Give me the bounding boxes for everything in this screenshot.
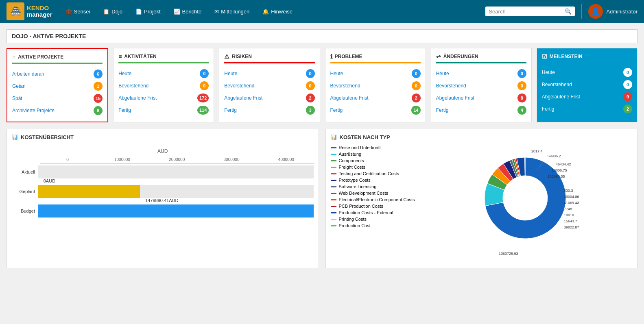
card-aktive-projekte: ≡AKTIVE PROJEKTEArbeiten daran6Getan1Spä… (7, 48, 108, 122)
kosten-content: Reise und UnterkunftAusrüstungComponents… (331, 145, 633, 263)
legend-color (331, 147, 336, 148)
card-row-link[interactable]: Fertig (224, 107, 237, 113)
user-area[interactable]: 👤 Administrator (588, 4, 637, 19)
card-row-link[interactable]: Heute (224, 71, 237, 76)
card-meilenstein: ☑MEILENSTEINHeute0Bevorstehend0Abgelaufe… (537, 48, 637, 122)
sensei-icon: 💼 (65, 9, 72, 15)
badge: 2 (623, 104, 632, 113)
legend-color (331, 219, 336, 220)
dojo-icon: 📋 (103, 9, 109, 15)
legend-color (331, 180, 336, 181)
card-row: Fertig114 (118, 104, 209, 116)
nav-divider (581, 4, 582, 19)
badge: 6 (94, 70, 103, 78)
axis-numbers: 01000000200000030000004000000 (40, 157, 314, 164)
svg-text:2017.4: 2017.4 (531, 149, 543, 153)
card-row-link[interactable]: Abgelaufene Frist (542, 94, 580, 100)
card-row-link[interactable]: Heute (436, 71, 449, 76)
svg-text:630.3: 630.3 (564, 189, 573, 193)
legend-label: Web Development Costs (339, 191, 388, 196)
card-row-link[interactable]: Abgelaufene Frist (224, 95, 262, 101)
nav-mitteilungen[interactable]: ✉ Mitteilungen (210, 6, 254, 17)
card-row-link[interactable]: Fertig (118, 107, 131, 113)
legend-item: Freight Costs (331, 165, 420, 170)
svg-text:49004.86: 49004.86 (564, 195, 579, 199)
legend-item: Electrical/Electronic Component Costs (331, 197, 420, 202)
card-row: Fertig2 (542, 103, 632, 115)
card-header-probleme: ℹPROBLEME (330, 53, 421, 63)
kosten-nach-typ-title: 📊 KOSTEN NACH TYP (331, 134, 633, 140)
bar-row: Budget (12, 204, 314, 217)
card-aenderungen: ⇌ÄNDERUNGENHeute0Bevorstehend0Abgelaufen… (431, 48, 532, 122)
card-row-link[interactable]: Heute (118, 71, 131, 76)
search-icon: 🔍 (565, 8, 572, 15)
svg-text:1063725.93: 1063725.93 (499, 252, 518, 256)
badge: 0 (412, 81, 421, 90)
nav-dojo[interactable]: 📋 Dojo (98, 6, 127, 17)
legend-color (331, 225, 336, 226)
card-row-link[interactable]: Getan (12, 83, 26, 89)
card-row-link[interactable]: Abgelaufene Frist (330, 95, 369, 101)
legend: Reise und UnterkunftAusrüstungComponents… (331, 145, 420, 230)
badge: 1 (94, 82, 103, 91)
berichte-icon: 📈 (174, 9, 180, 15)
nav-sensei[interactable]: 💼 Sensei (61, 6, 95, 17)
badge: 0 (517, 81, 526, 90)
badge: 4 (517, 106, 526, 115)
card-row-link[interactable]: Archivierte Projekte (12, 108, 55, 113)
legend-color (331, 154, 336, 155)
hinweise-icon: 🔔 (262, 9, 269, 15)
card-row-link[interactable]: Spät (12, 96, 22, 101)
card-row: Getan1 (12, 80, 103, 92)
badge: 114 (197, 106, 209, 115)
card-row-link[interactable]: Heute (330, 71, 343, 76)
legend-item: Software Licensing (331, 184, 420, 189)
card-row-link[interactable]: Heute (542, 70, 555, 75)
card-row-link[interactable]: Bevorstehend (224, 83, 254, 89)
card-row: Bevorstehend0 (224, 80, 314, 92)
badge: 3 (306, 106, 315, 115)
card-row-link[interactable]: Fertig (330, 107, 343, 113)
badge: 0 (517, 69, 526, 78)
card-row: Abgelaufene Frist2 (330, 92, 421, 104)
card-row-link[interactable]: Fertig (436, 107, 449, 113)
logo[interactable]: 🏯 KENDOmanager (7, 2, 52, 20)
card-row-link[interactable]: Abgelaufene Frist (436, 95, 474, 101)
card-row-link[interactable]: Bevorstehend (542, 82, 572, 87)
cards-row: ≡AKTIVE PROJEKTEArbeiten daran6Getan1Spä… (7, 48, 637, 122)
legend-label: PCB Production Costs (339, 204, 383, 209)
card-row: Spät15 (12, 92, 103, 104)
card-row-link[interactable]: Bevorstehend (330, 83, 360, 89)
search-input[interactable] (489, 9, 562, 15)
card-row-link[interactable]: Bevorstehend (118, 83, 148, 89)
badge: 172 (197, 94, 209, 102)
card-row-link[interactable]: Bevorstehend (436, 83, 466, 89)
projekt-icon: 📄 (135, 9, 142, 15)
axis-number: 0 (40, 157, 95, 162)
donut-chart: 59986.2 46434.42 10806.75 132990.55 2017… (472, 145, 586, 263)
badge: 0 (200, 81, 209, 90)
nav-berichte[interactable]: 📈 Berichte (169, 6, 207, 17)
card-row: Bevorstehend0 (118, 80, 209, 92)
legend-item: Prototype Costs (331, 178, 420, 183)
bar-row: Geplant1479890.41AUD (12, 185, 314, 198)
bar-chart-icon: 📊 (12, 134, 18, 140)
card-title-aenderungen: ÄNDERUNGEN (443, 54, 478, 59)
card-row: Fertig4 (436, 104, 526, 116)
nav-projekt[interactable]: 📄 Projekt (131, 6, 165, 17)
logo-text: KENDOmanager (27, 5, 52, 18)
card-row-link[interactable]: Abgelaufene Frist (118, 95, 157, 101)
card-row: Abgelaufene Frist8 (436, 92, 526, 104)
legend-label: Reise und Unterkunft (339, 145, 381, 150)
nav-hinweise[interactable]: 🔔 Hinweise (258, 6, 297, 17)
svg-text:10806.75: 10806.75 (552, 168, 567, 172)
bottom-row: 📊 KOSTENÜBERSICHT AUD 010000002000000300… (7, 129, 637, 268)
card-title-probleme: PROBLEME (335, 54, 362, 59)
svg-text:132990.55: 132990.55 (548, 174, 565, 178)
badge: 2 (306, 94, 315, 102)
card-row-link[interactable]: Arbeiten daran (12, 71, 44, 77)
card-header-aktivitaeten: ≡AKTIVITÄTEN (118, 53, 209, 63)
bar-value: 1479890.41AUD (145, 198, 178, 203)
card-row-link[interactable]: Fertig (542, 106, 554, 112)
avatar: 👤 (588, 4, 603, 19)
